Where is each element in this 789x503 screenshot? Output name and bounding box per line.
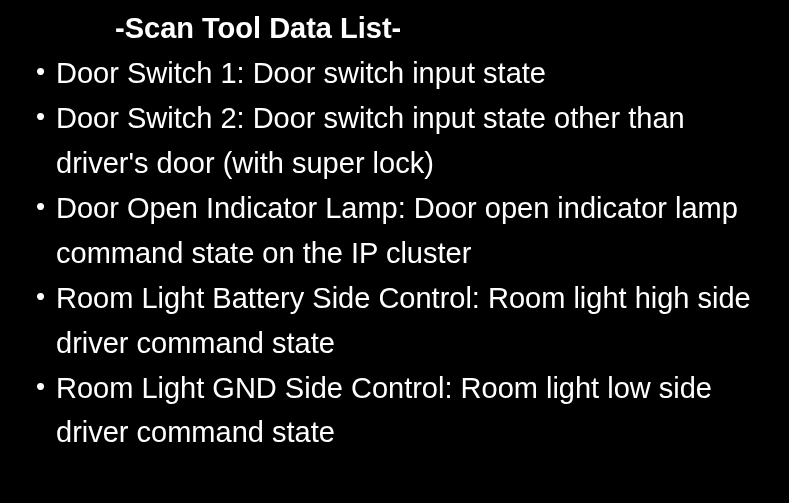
list-item: Door Switch 1: Door switch input state bbox=[36, 51, 769, 96]
list-item: Door Open Indicator Lamp: Door open indi… bbox=[36, 186, 769, 276]
section-title: -Scan Tool Data List- bbox=[115, 6, 769, 51]
list-item: Door Switch 2: Door switch input state o… bbox=[36, 96, 769, 186]
data-list: Door Switch 1: Door switch input state D… bbox=[30, 51, 769, 455]
list-item: Room Light Battery Side Control: Room li… bbox=[36, 276, 769, 366]
list-item: Room Light GND Side Control: Room light … bbox=[36, 366, 769, 456]
